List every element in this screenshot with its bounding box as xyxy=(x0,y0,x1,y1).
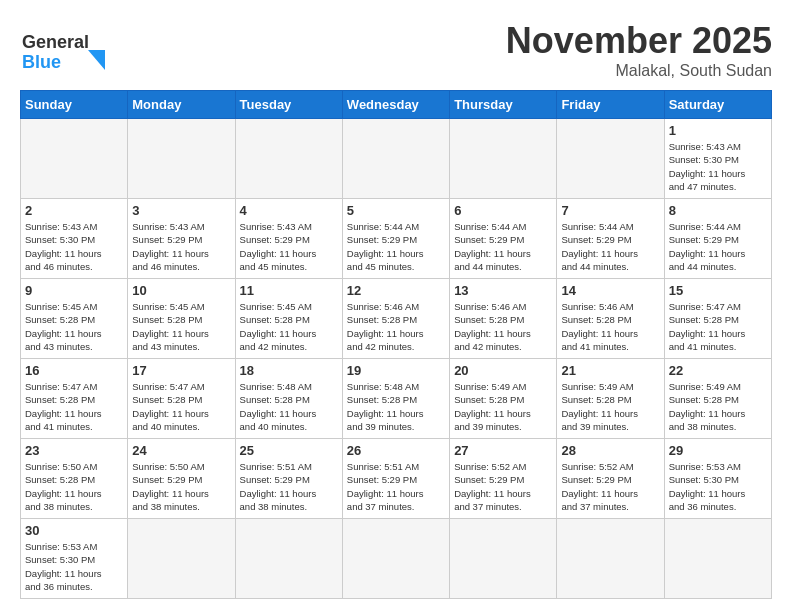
table-row: 11Sunrise: 5:45 AM Sunset: 5:28 PM Dayli… xyxy=(235,279,342,359)
day-number: 3 xyxy=(132,203,230,218)
svg-text:General: General xyxy=(22,32,89,52)
logo: General Blue xyxy=(20,20,120,75)
day-number: 28 xyxy=(561,443,659,458)
table-row: 17Sunrise: 5:47 AM Sunset: 5:28 PM Dayli… xyxy=(128,359,235,439)
table-row: 28Sunrise: 5:52 AM Sunset: 5:29 PM Dayli… xyxy=(557,439,664,519)
table-row: 3Sunrise: 5:43 AM Sunset: 5:29 PM Daylig… xyxy=(128,199,235,279)
day-number: 14 xyxy=(561,283,659,298)
day-number: 20 xyxy=(454,363,552,378)
day-info: Sunrise: 5:46 AM Sunset: 5:28 PM Dayligh… xyxy=(561,300,659,353)
table-row: 4Sunrise: 5:43 AM Sunset: 5:29 PM Daylig… xyxy=(235,199,342,279)
day-info: Sunrise: 5:47 AM Sunset: 5:28 PM Dayligh… xyxy=(132,380,230,433)
table-row: 19Sunrise: 5:48 AM Sunset: 5:28 PM Dayli… xyxy=(342,359,449,439)
day-number: 12 xyxy=(347,283,445,298)
header-friday: Friday xyxy=(557,91,664,119)
day-number: 2 xyxy=(25,203,123,218)
day-info: Sunrise: 5:47 AM Sunset: 5:28 PM Dayligh… xyxy=(25,380,123,433)
day-number: 7 xyxy=(561,203,659,218)
table-row xyxy=(450,519,557,599)
table-row xyxy=(664,519,771,599)
table-row xyxy=(342,119,449,199)
day-number: 5 xyxy=(347,203,445,218)
table-row xyxy=(235,519,342,599)
table-row: 5Sunrise: 5:44 AM Sunset: 5:29 PM Daylig… xyxy=(342,199,449,279)
header-monday: Monday xyxy=(128,91,235,119)
day-info: Sunrise: 5:45 AM Sunset: 5:28 PM Dayligh… xyxy=(240,300,338,353)
day-number: 21 xyxy=(561,363,659,378)
day-info: Sunrise: 5:52 AM Sunset: 5:29 PM Dayligh… xyxy=(454,460,552,513)
title-area: November 2025 Malakal, South Sudan xyxy=(506,20,772,80)
day-number: 1 xyxy=(669,123,767,138)
day-info: Sunrise: 5:44 AM Sunset: 5:29 PM Dayligh… xyxy=(669,220,767,273)
day-number: 30 xyxy=(25,523,123,538)
day-number: 4 xyxy=(240,203,338,218)
day-info: Sunrise: 5:51 AM Sunset: 5:29 PM Dayligh… xyxy=(240,460,338,513)
day-number: 23 xyxy=(25,443,123,458)
calendar-table: Sunday Monday Tuesday Wednesday Thursday… xyxy=(20,90,772,599)
table-row: 10Sunrise: 5:45 AM Sunset: 5:28 PM Dayli… xyxy=(128,279,235,359)
day-info: Sunrise: 5:49 AM Sunset: 5:28 PM Dayligh… xyxy=(669,380,767,433)
table-row: 14Sunrise: 5:46 AM Sunset: 5:28 PM Dayli… xyxy=(557,279,664,359)
day-number: 19 xyxy=(347,363,445,378)
day-number: 13 xyxy=(454,283,552,298)
day-number: 22 xyxy=(669,363,767,378)
month-title: November 2025 xyxy=(506,20,772,62)
table-row: 8Sunrise: 5:44 AM Sunset: 5:29 PM Daylig… xyxy=(664,199,771,279)
table-row: 21Sunrise: 5:49 AM Sunset: 5:28 PM Dayli… xyxy=(557,359,664,439)
header: General Blue November 2025 Malakal, Sout… xyxy=(20,20,772,80)
table-row: 22Sunrise: 5:49 AM Sunset: 5:28 PM Dayli… xyxy=(664,359,771,439)
day-info: Sunrise: 5:48 AM Sunset: 5:28 PM Dayligh… xyxy=(347,380,445,433)
day-info: Sunrise: 5:45 AM Sunset: 5:28 PM Dayligh… xyxy=(25,300,123,353)
day-number: 16 xyxy=(25,363,123,378)
svg-text:Blue: Blue xyxy=(22,52,61,72)
day-info: Sunrise: 5:46 AM Sunset: 5:28 PM Dayligh… xyxy=(454,300,552,353)
header-thursday: Thursday xyxy=(450,91,557,119)
calendar-row: 9Sunrise: 5:45 AM Sunset: 5:28 PM Daylig… xyxy=(21,279,772,359)
day-info: Sunrise: 5:44 AM Sunset: 5:29 PM Dayligh… xyxy=(561,220,659,273)
table-row: 25Sunrise: 5:51 AM Sunset: 5:29 PM Dayli… xyxy=(235,439,342,519)
table-row xyxy=(342,519,449,599)
table-row: 15Sunrise: 5:47 AM Sunset: 5:28 PM Dayli… xyxy=(664,279,771,359)
header-sunday: Sunday xyxy=(21,91,128,119)
calendar-row: 30Sunrise: 5:53 AM Sunset: 5:30 PM Dayli… xyxy=(21,519,772,599)
table-row xyxy=(450,119,557,199)
table-row: 12Sunrise: 5:46 AM Sunset: 5:28 PM Dayli… xyxy=(342,279,449,359)
day-number: 10 xyxy=(132,283,230,298)
table-row xyxy=(557,519,664,599)
day-info: Sunrise: 5:50 AM Sunset: 5:29 PM Dayligh… xyxy=(132,460,230,513)
table-row: 27Sunrise: 5:52 AM Sunset: 5:29 PM Dayli… xyxy=(450,439,557,519)
table-row: 2Sunrise: 5:43 AM Sunset: 5:30 PM Daylig… xyxy=(21,199,128,279)
day-info: Sunrise: 5:50 AM Sunset: 5:28 PM Dayligh… xyxy=(25,460,123,513)
calendar-row: 1Sunrise: 5:43 AM Sunset: 5:30 PM Daylig… xyxy=(21,119,772,199)
table-row: 26Sunrise: 5:51 AM Sunset: 5:29 PM Dayli… xyxy=(342,439,449,519)
day-info: Sunrise: 5:44 AM Sunset: 5:29 PM Dayligh… xyxy=(454,220,552,273)
day-info: Sunrise: 5:45 AM Sunset: 5:28 PM Dayligh… xyxy=(132,300,230,353)
day-info: Sunrise: 5:48 AM Sunset: 5:28 PM Dayligh… xyxy=(240,380,338,433)
table-row: 7Sunrise: 5:44 AM Sunset: 5:29 PM Daylig… xyxy=(557,199,664,279)
table-row xyxy=(128,119,235,199)
day-number: 9 xyxy=(25,283,123,298)
svg-marker-2 xyxy=(88,50,105,70)
day-number: 17 xyxy=(132,363,230,378)
table-row xyxy=(557,119,664,199)
day-number: 24 xyxy=(132,443,230,458)
calendar-row: 23Sunrise: 5:50 AM Sunset: 5:28 PM Dayli… xyxy=(21,439,772,519)
header-wednesday: Wednesday xyxy=(342,91,449,119)
day-number: 11 xyxy=(240,283,338,298)
table-row: 16Sunrise: 5:47 AM Sunset: 5:28 PM Dayli… xyxy=(21,359,128,439)
day-info: Sunrise: 5:43 AM Sunset: 5:30 PM Dayligh… xyxy=(25,220,123,273)
table-row: 6Sunrise: 5:44 AM Sunset: 5:29 PM Daylig… xyxy=(450,199,557,279)
day-info: Sunrise: 5:44 AM Sunset: 5:29 PM Dayligh… xyxy=(347,220,445,273)
day-info: Sunrise: 5:43 AM Sunset: 5:29 PM Dayligh… xyxy=(240,220,338,273)
day-number: 27 xyxy=(454,443,552,458)
table-row xyxy=(235,119,342,199)
weekday-header-row: Sunday Monday Tuesday Wednesday Thursday… xyxy=(21,91,772,119)
calendar-row: 16Sunrise: 5:47 AM Sunset: 5:28 PM Dayli… xyxy=(21,359,772,439)
header-saturday: Saturday xyxy=(664,91,771,119)
day-number: 15 xyxy=(669,283,767,298)
day-info: Sunrise: 5:47 AM Sunset: 5:28 PM Dayligh… xyxy=(669,300,767,353)
day-info: Sunrise: 5:49 AM Sunset: 5:28 PM Dayligh… xyxy=(561,380,659,433)
day-number: 26 xyxy=(347,443,445,458)
table-row: 20Sunrise: 5:49 AM Sunset: 5:28 PM Dayli… xyxy=(450,359,557,439)
day-info: Sunrise: 5:46 AM Sunset: 5:28 PM Dayligh… xyxy=(347,300,445,353)
